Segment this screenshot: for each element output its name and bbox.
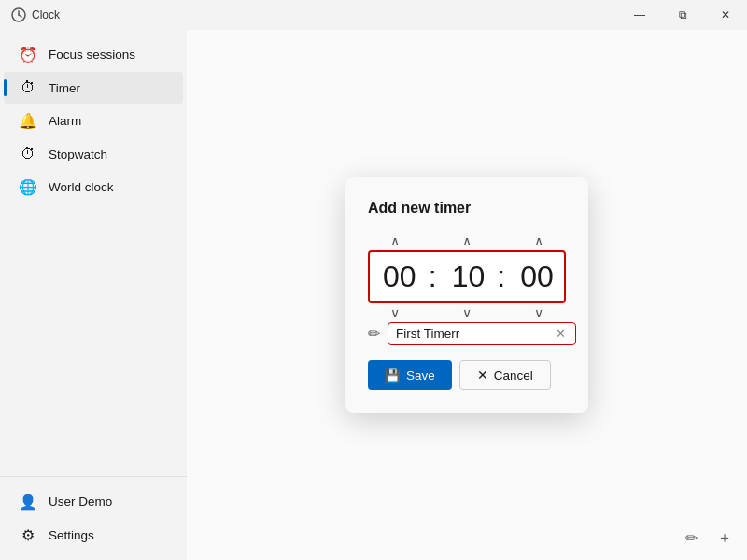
sidebar-nav: ⏰ Focus sessions ⏱ Timer 🔔 Alarm ⏱ Stopw… — [0, 37, 187, 204]
sidebar-label-timer: Timer — [49, 81, 80, 95]
seconds-down-button[interactable]: ∨ — [511, 303, 566, 322]
app-title: Clock — [32, 8, 60, 21]
sidebar-item-alarm[interactable]: 🔔 Alarm — [4, 105, 183, 137]
timer-icon: ⏱ — [19, 79, 37, 96]
titlebar-controls: — ⧉ ✕ — [618, 0, 747, 30]
cancel-label: Cancel — [494, 369, 533, 383]
sidebar-label-alarm: Alarm — [49, 114, 81, 128]
modal-overlay: Add new timer ∧ ∧ ∧ 00 : 10 : 00 — [187, 30, 747, 560]
minutes-up-button[interactable]: ∧ — [440, 231, 495, 250]
timer-name-row: ✏ ✕ — [368, 322, 566, 345]
sidebar-user-label: User Demo — [49, 495, 112, 509]
save-label: Save — [406, 369, 435, 383]
down-chevrons-row: ∨ ∨ ∨ — [368, 303, 566, 322]
world-clock-icon: 🌐 — [19, 178, 37, 196]
sidebar-label-focus-sessions: Focus sessions — [49, 48, 135, 62]
maximize-button[interactable]: ⧉ — [661, 0, 704, 30]
save-icon: 💾 — [385, 368, 401, 383]
modal-actions: 💾 Save ✕ Cancel — [368, 360, 566, 390]
sidebar-item-settings[interactable]: ⚙ Settings — [4, 519, 183, 552]
sidebar: ⏰ Focus sessions ⏱ Timer 🔔 Alarm ⏱ Stopw… — [0, 30, 187, 560]
seconds-value[interactable]: 00 — [507, 252, 564, 301]
sidebar-item-user[interactable]: 👤 User Demo — [4, 485, 183, 518]
colon-2: : — [495, 259, 507, 294]
sidebar-item-timer[interactable]: ⏱ Timer — [4, 72, 183, 104]
titlebar-left: Clock — [11, 7, 60, 22]
cancel-button[interactable]: ✕ Cancel — [459, 360, 551, 390]
app-body: ⏰ Focus sessions ⏱ Timer 🔔 Alarm ⏱ Stopw… — [0, 30, 747, 560]
sidebar-label-world-clock: World clock — [49, 180, 114, 194]
add-timer-modal: Add new timer ∧ ∧ ∧ 00 : 10 : 00 — [345, 177, 588, 413]
minutes-value[interactable]: 10 — [439, 252, 496, 301]
svg-line-2 — [19, 15, 21, 17]
sidebar-item-stopwatch[interactable]: ⏱ Stopwatch — [4, 138, 183, 170]
minimize-button[interactable]: — — [618, 0, 661, 30]
sidebar-label-stopwatch: Stopwatch — [49, 147, 107, 161]
time-display: 00 : 10 : 00 — [368, 250, 566, 303]
name-input-wrap: ✕ — [388, 322, 576, 345]
save-button[interactable]: 💾 Save — [368, 360, 452, 390]
main-content: You don't have any timers. Add a new tim… — [187, 30, 747, 560]
user-icon: 👤 — [19, 493, 37, 511]
focus-sessions-icon: ⏰ — [19, 46, 37, 63]
timer-name-input[interactable] — [396, 327, 554, 341]
titlebar: Clock — ⧉ ✕ — [0, 0, 747, 30]
alarm-icon: 🔔 — [19, 112, 37, 130]
hours-up-button[interactable]: ∧ — [368, 231, 423, 250]
name-clear-button[interactable]: ✕ — [554, 327, 568, 341]
stopwatch-icon: ⏱ — [19, 146, 37, 162]
edit-name-icon[interactable]: ✏ — [368, 325, 380, 343]
seconds-up-button[interactable]: ∧ — [511, 231, 566, 250]
cancel-icon: ✕ — [477, 368, 488, 383]
clock-app-icon — [11, 7, 26, 22]
minutes-down-button[interactable]: ∨ — [440, 303, 495, 322]
sidebar-settings-label: Settings — [49, 528, 94, 542]
hours-down-button[interactable]: ∨ — [368, 303, 423, 322]
colon-1: : — [427, 259, 439, 294]
close-button[interactable]: ✕ — [704, 0, 747, 30]
settings-icon: ⚙ — [19, 526, 37, 544]
sidebar-item-focus-sessions[interactable]: ⏰ Focus sessions — [4, 38, 183, 71]
hours-value[interactable]: 00 — [370, 252, 427, 301]
sidebar-item-world-clock[interactable]: 🌐 World clock — [4, 171, 183, 203]
sidebar-bottom: 👤 User Demo ⚙ Settings — [0, 476, 187, 553]
modal-title: Add new timer — [368, 200, 566, 217]
up-chevrons-row: ∧ ∧ ∧ — [368, 231, 566, 250]
